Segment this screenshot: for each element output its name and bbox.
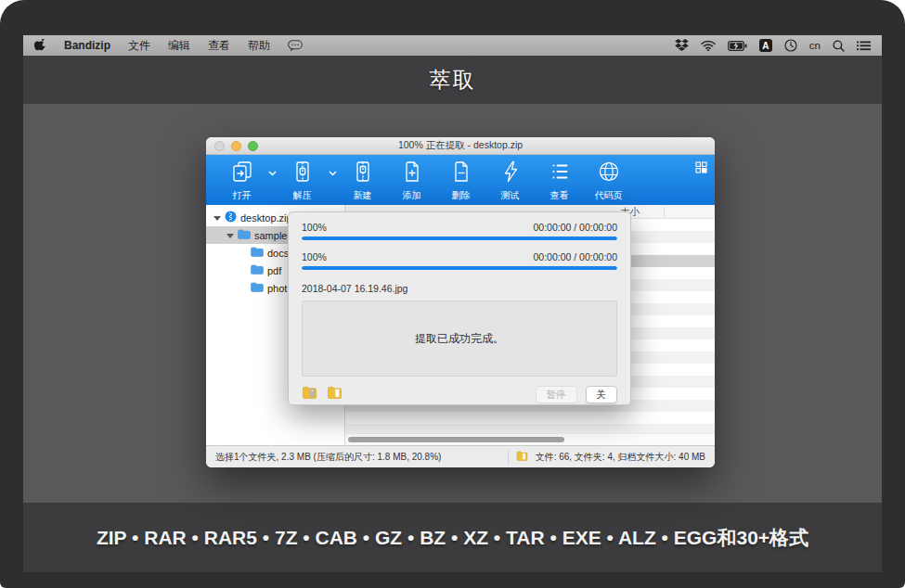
open-button[interactable]: 打开 [217,160,266,202]
folder-icon [238,229,251,241]
layout-toggle-icon[interactable] [695,160,707,177]
new-archive-button[interactable]: 新建 [338,160,387,202]
test-icon [498,160,523,187]
open-output-folder-icon[interactable] [302,385,318,403]
page: Bandizip 文件 编辑 查看 帮助 A [0,0,905,588]
dropbox-icon[interactable] [675,39,689,52]
horizontal-scrollbar-thumb[interactable] [348,437,564,442]
total-progress-bar [302,236,617,240]
minimize-window-button[interactable] [231,141,241,151]
selection-status-text: 选择1个文件夹, 2.3 MB (压缩后的尺寸: 1.8 MB, 20.8%) [215,451,441,464]
current-progress-bar [302,266,617,270]
open-dropdown-chevron[interactable] [266,171,278,176]
codepage-globe-icon [597,160,621,187]
total-progress-time: 00:00:00 / 00:00:00 [534,222,618,233]
current-progress-bar-fill [302,266,617,270]
extraction-dialog: 100% 00:00:00 / 00:00:00 100% 00:00:00 /… [288,211,631,405]
new-archive-icon [351,160,375,187]
view-icon [548,160,572,187]
formats-band: ZIP • RAR • RAR5 • 7Z • CAB • GZ • BZ • … [23,503,882,572]
total-progress-percent: 100% [302,222,327,233]
window-title-bar[interactable]: 100% 正在提取 - desktop.zip [206,137,715,155]
menu-view[interactable]: 查看 [208,38,230,54]
apple-menu-icon[interactable] [34,39,46,53]
window-title: 100% 正在提取 - desktop.zip [206,139,715,152]
menu-edit[interactable]: 编辑 [168,38,190,54]
battery-charging-icon[interactable] [728,41,747,51]
notification-center-icon[interactable] [857,41,871,51]
disclosure-triangle-icon[interactable] [213,214,221,222]
pause-button[interactable]: 暂停 [536,386,577,403]
open-icon [230,160,254,187]
log-message: 提取已成功完成。 [415,331,504,347]
horizontal-scrollbar[interactable] [345,433,715,445]
clock-icon[interactable] [784,39,797,52]
folder-icon [251,282,264,294]
total-progress-bar-fill [302,236,617,240]
view-button[interactable]: 查看 [535,160,584,202]
input-source-label[interactable]: cn [809,40,821,51]
archive-folder-icon [516,450,528,464]
status-bar: 选择1个文件夹, 2.3 MB (压缩后的尺寸: 1.8 MB, 20.8%) … [206,445,715,467]
wifi-icon[interactable] [701,40,716,51]
archive-summary-text: 文件: 66, 文件夹: 4, 归档文件大小: 40 MB [536,451,705,464]
status-divider [508,450,509,465]
add-files-icon [400,160,424,187]
current-progress-time: 00:00:00 / 00:00:00 [534,251,618,262]
current-progress-percent: 100% [302,251,327,262]
page-title: 萃取 [430,66,476,95]
current-file-name: 2018-04-07 16.19.46.jpg [302,283,617,294]
extract-icon [291,160,315,187]
menu-app-name[interactable]: Bandizip [64,39,110,52]
archive-file-icon [225,211,237,224]
toolbar: 打开 解压 新建 [206,155,715,205]
close-window-button[interactable] [214,141,225,151]
folder-icon [251,264,264,276]
hero-band: 萃取 [23,56,882,104]
menu-help[interactable]: 帮助 [248,38,270,54]
extract-button[interactable]: 解压 [278,160,327,202]
spotlight-search-icon[interactable] [833,40,845,52]
feedback-bubble-icon[interactable] [288,40,303,51]
folder-icon [251,247,264,259]
close-dialog-button[interactable]: 关 [586,386,618,403]
test-button[interactable]: 测试 [485,160,535,202]
input-method-icon[interactable]: A [759,39,772,52]
column-separator[interactable] [664,207,665,217]
menu-file[interactable]: 文件 [128,38,150,54]
menu-bar: Bandizip 文件 编辑 查看 帮助 A [23,35,882,56]
open-output-file-icon[interactable] [327,385,343,403]
codepage-button[interactable]: 代码页 [584,160,633,202]
delete-icon [449,160,473,187]
zoom-window-button[interactable] [248,141,258,151]
delete-button[interactable]: 删除 [436,160,485,202]
extract-dropdown-chevron[interactable] [327,171,338,176]
disclosure-triangle-icon[interactable] [226,232,234,239]
log-panel: 提取已成功完成。 [302,300,617,377]
add-files-button[interactable]: 添加 [387,160,436,202]
supported-formats-text: ZIP • RAR • RAR5 • 7Z • CAB • GZ • BZ • … [97,525,808,551]
